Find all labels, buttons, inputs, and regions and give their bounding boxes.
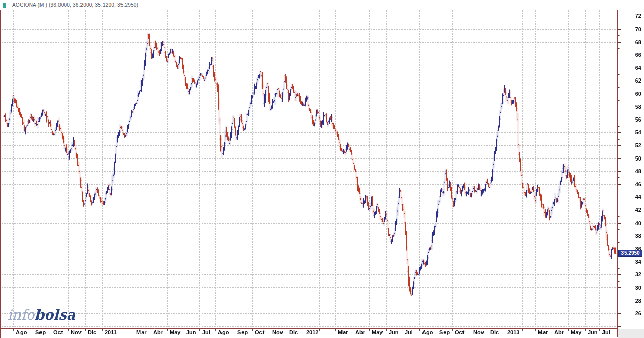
y-axis-tick-label: 50 xyxy=(619,155,641,162)
x-axis-month-label: Jul xyxy=(602,329,610,335)
y-axis: 7270686664626058565452504846444240383634… xyxy=(618,0,644,338)
x-axis-month-label: Sep xyxy=(439,329,450,335)
y-axis-tick-label: 62 xyxy=(619,77,641,84)
x-axis-month-label: May xyxy=(372,329,383,335)
chart-window-icon xyxy=(3,3,9,8)
y-axis-tick-label: 26 xyxy=(619,310,641,317)
window-titlebar[interactable]: ACCIONA (M ) (36.0000, 36.2000, 35.1200,… xyxy=(0,0,644,10)
x-axis-month-label: Mar xyxy=(136,329,147,335)
x-axis-month-label: Sep xyxy=(237,329,248,335)
x-axis-month-label: Oct xyxy=(255,329,264,335)
y-axis-tick-label: 58 xyxy=(619,103,641,110)
x-axis-year-label: 2011 xyxy=(105,329,117,335)
x-axis-month-label: Sep xyxy=(35,329,46,335)
x-axis-month-label: Ago xyxy=(218,329,229,335)
logo-text-info: info xyxy=(8,307,34,323)
x-axis-month-label: Nov xyxy=(272,329,283,335)
y-axis-tick-label: 32 xyxy=(619,271,641,278)
y-axis-tick-label: 44 xyxy=(619,193,641,201)
y-axis-tick-label: 34 xyxy=(619,258,641,265)
y-axis-tick-label: 64 xyxy=(619,64,641,71)
x-axis-month-label: Oct xyxy=(53,329,63,335)
x-axis-year-label: 2013 xyxy=(507,329,519,335)
x-axis-month-label: Nov xyxy=(473,329,484,335)
y-axis-tick-label: 38 xyxy=(619,232,641,240)
x-axis-month-label: Jun xyxy=(389,329,399,335)
x-axis-month-label: Jun xyxy=(186,329,196,335)
chart-title: ACCIONA (M ) (36.0000, 36.2000, 35.1200,… xyxy=(12,2,138,8)
x-axis-month-label: Jul xyxy=(202,329,210,335)
x-axis-month-label: Abr xyxy=(355,329,365,335)
x-axis-month-label: Oct xyxy=(455,329,464,335)
y-axis-tick-label: 48 xyxy=(619,168,641,175)
x-axis-month-label: Ago xyxy=(422,329,433,335)
chart-window: { "titlebar": { "title": "ACCIONA (M ) (… xyxy=(0,0,644,338)
x-axis-month-label: Mar xyxy=(538,329,548,335)
y-axis-tick-label: 42 xyxy=(619,206,641,213)
x-axis-year-label: 2012 xyxy=(306,329,318,335)
infobolsa-logo: infobolsa xyxy=(8,307,75,323)
x-axis-month-label: Dic xyxy=(490,329,499,335)
x-axis-month-label: Dic xyxy=(289,329,298,335)
x-axis-month-label: Abr xyxy=(153,329,163,335)
x-axis-month-label: Ago xyxy=(16,329,27,335)
y-axis-tick-label: 66 xyxy=(619,51,641,58)
x-axis-month-label: Jul xyxy=(405,329,413,335)
x-axis-month-label: May xyxy=(170,329,180,335)
x-axis: AgoSepOctNovDic2011MarAbrMayJunJulAgoSep… xyxy=(0,329,618,336)
y-axis-tick-label: 54 xyxy=(619,129,641,136)
x-axis-month-label: Abr xyxy=(554,329,564,335)
y-axis-tick-label: 52 xyxy=(619,142,641,149)
x-axis-month-label: Nov xyxy=(71,329,82,335)
y-axis-tick-label: 40 xyxy=(619,220,641,227)
y-axis-tick-label: 68 xyxy=(619,38,641,46)
y-axis-tick-label: 46 xyxy=(619,181,641,188)
logo-text-bolsa: bolsa xyxy=(34,307,75,323)
y-axis-tick-label: 72 xyxy=(619,12,641,19)
x-axis-month-label: Mar xyxy=(338,329,348,335)
y-axis-tick-label: 70 xyxy=(619,26,641,33)
x-axis-month-label: May xyxy=(571,329,581,335)
last-price-tag: 35.2950 xyxy=(618,250,642,257)
y-axis-tick-label: 28 xyxy=(619,297,641,304)
x-axis-month-label: Jun xyxy=(588,329,598,335)
y-axis-tick-label: 60 xyxy=(619,90,641,97)
price-chart-canvas[interactable] xyxy=(0,0,644,338)
x-axis-month-label: Dic xyxy=(88,329,96,335)
y-axis-tick-label: 56 xyxy=(619,116,641,123)
y-axis-tick-label: 30 xyxy=(619,284,641,291)
